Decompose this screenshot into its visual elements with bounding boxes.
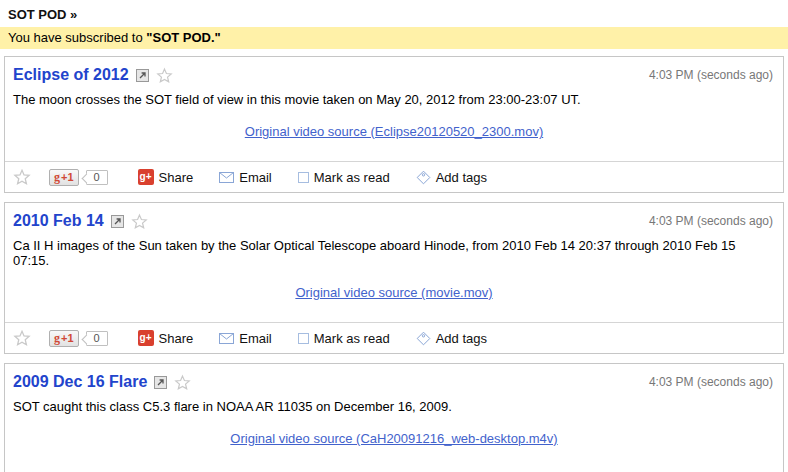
share-label: Share: [159, 170, 194, 185]
entry-toolbar: g+1 0 g+ Share Email Mark as read: [5, 161, 783, 192]
entry-header: Eclipse of 2012 4:03 PM (seconds ago): [5, 57, 783, 85]
tag-icon: [416, 170, 431, 185]
entry-body-text: The moon crosses the SOT field of view i…: [5, 85, 783, 107]
add-tags-button[interactable]: Add tags: [416, 331, 487, 346]
entry-timestamp: 4:03 PM (seconds ago): [649, 65, 773, 82]
entry-timestamp: 4:03 PM (seconds ago): [649, 211, 773, 228]
star-icon[interactable]: [13, 329, 31, 347]
star-icon[interactable]: [131, 213, 148, 230]
plus-one-label: +1: [61, 332, 74, 344]
notification-feed-name: "SOT POD.": [146, 30, 220, 45]
add-tags-button[interactable]: Add tags: [416, 170, 487, 185]
email-button[interactable]: Email: [219, 331, 272, 346]
google-plus-icon: g: [54, 331, 60, 346]
email-icon: [219, 333, 234, 344]
email-button[interactable]: Email: [219, 170, 272, 185]
entry-title-link[interactable]: 2009 Dec 16 Flare: [13, 372, 147, 392]
add-tags-label: Add tags: [436, 170, 487, 185]
plus-one-widget: g+1 0: [49, 330, 108, 347]
share-button[interactable]: g+ Share: [138, 169, 194, 185]
mark-as-read-label: Mark as read: [314, 170, 390, 185]
tag-icon: [416, 331, 431, 346]
email-label: Email: [239, 170, 272, 185]
google-plus-icon: g: [54, 170, 60, 185]
entry-timestamp: 4:03 PM (seconds ago): [649, 372, 773, 389]
entry-body-text: SOT caught this class C5.3 flare in NOAA…: [5, 392, 783, 414]
plus-one-widget: g+1 0: [49, 169, 108, 186]
entry-body-text: Ca II H images of the Sun taken by the S…: [5, 231, 783, 268]
original-video-source-link[interactable]: Original video source (Eclipse20120520_2…: [245, 124, 543, 139]
plus-one-count: 0: [86, 331, 108, 346]
share-button[interactable]: g+ Share: [138, 330, 194, 346]
feed-entry: 2010 Feb 14 4:03 PM (seconds ago) Ca II …: [4, 202, 784, 354]
subscription-notification: You have subscribed to "SOT POD.": [0, 27, 788, 49]
star-icon[interactable]: [13, 168, 31, 186]
checkbox-icon[interactable]: [298, 333, 309, 344]
external-link-icon[interactable]: [136, 69, 149, 82]
email-icon: [219, 172, 234, 183]
original-video-source-link[interactable]: Original video source (movie.mov): [295, 285, 492, 300]
entry-header: 2010 Feb 14 4:03 PM (seconds ago): [5, 203, 783, 231]
external-link-icon[interactable]: [154, 376, 167, 389]
plus-one-count: 0: [86, 170, 108, 185]
feed-entry: Eclipse of 2012 4:03 PM (seconds ago) Th…: [4, 56, 784, 193]
plus-one-button[interactable]: g+1: [49, 169, 79, 186]
plus-one-button[interactable]: g+1: [49, 330, 79, 347]
plus-one-label: +1: [61, 171, 74, 183]
mark-as-read-button[interactable]: Mark as read: [298, 331, 390, 346]
email-label: Email: [239, 331, 272, 346]
original-video-source-link[interactable]: Original video source (CaH20091216_web-d…: [230, 431, 557, 446]
add-tags-label: Add tags: [436, 331, 487, 346]
mark-as-read-label: Mark as read: [314, 331, 390, 346]
feed-entries-list: Eclipse of 2012 4:03 PM (seconds ago) Th…: [4, 56, 784, 472]
entry-header: 2009 Dec 16 Flare 4:03 PM (seconds ago): [5, 364, 783, 392]
star-icon[interactable]: [174, 374, 191, 391]
entry-title-link[interactable]: 2010 Feb 14: [13, 211, 104, 231]
entry-toolbar: g+1 0 g+ Share Email Mark as read: [5, 322, 783, 353]
entry-title-link[interactable]: Eclipse of 2012: [13, 65, 129, 85]
mark-as-read-button[interactable]: Mark as read: [298, 170, 390, 185]
feed-entry: 2009 Dec 16 Flare 4:03 PM (seconds ago) …: [4, 363, 784, 472]
star-icon[interactable]: [156, 67, 173, 84]
share-label: Share: [159, 331, 194, 346]
page-title: SOT POD »: [0, 0, 788, 27]
google-plus-share-icon: g+: [138, 330, 154, 346]
external-link-icon[interactable]: [111, 215, 124, 228]
checkbox-icon[interactable]: [298, 172, 309, 183]
notification-text: You have subscribed to: [8, 30, 146, 45]
google-plus-share-icon: g+: [138, 169, 154, 185]
